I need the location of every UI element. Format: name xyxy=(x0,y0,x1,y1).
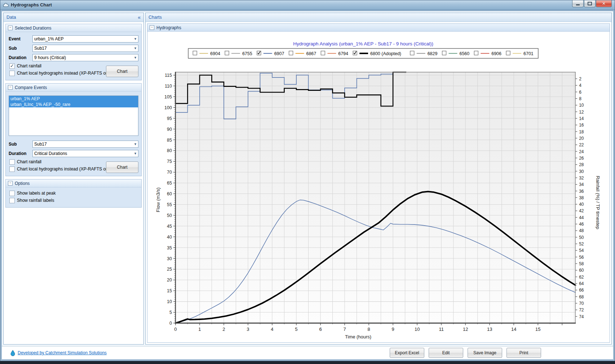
options-title: Options xyxy=(15,181,30,186)
svg-text:18: 18 xyxy=(579,129,584,134)
data-panel-header: Data « xyxy=(4,13,143,22)
selected-durations-title: Selected Durations xyxy=(15,26,51,31)
svg-text:12: 12 xyxy=(463,327,468,332)
svg-text:15: 15 xyxy=(167,288,172,293)
developer-link[interactable]: Developed by Catchment Simulation Soluti… xyxy=(18,350,107,355)
legend-label: 6755 xyxy=(242,51,252,56)
svg-text:60: 60 xyxy=(167,191,172,196)
edit-button[interactable]: Edit xyxy=(429,348,463,358)
compare-sub-dropdown[interactable]: Sub17 ▼ xyxy=(32,141,138,148)
close-icon: ✕ xyxy=(602,1,606,6)
window-titlebar[interactable]: Hydrographs Chart ✕ xyxy=(0,0,615,10)
restore-icon xyxy=(588,2,592,5)
collapse-panel-button[interactable]: « xyxy=(138,14,141,20)
close-button[interactable]: ✕ xyxy=(596,0,612,7)
svg-text:40: 40 xyxy=(579,202,584,207)
duration-dropdown[interactable]: 9 hours (Critical) ▼ xyxy=(32,54,138,61)
right-axis-title: Rainfall (%) / TP timestep xyxy=(595,176,601,229)
svg-text:10: 10 xyxy=(167,299,172,304)
chevron-down-icon: ▼ xyxy=(134,37,137,41)
data-panel-title: Data xyxy=(6,15,16,20)
legend-label: 6906 xyxy=(491,51,501,56)
svg-text:14: 14 xyxy=(579,116,584,121)
svg-text:64: 64 xyxy=(579,281,584,286)
svg-text:28: 28 xyxy=(579,162,584,167)
sub-label: Sub xyxy=(9,142,32,147)
window-content: Data « − Selected Durations Event xyxy=(1,11,614,360)
checkbox-icon xyxy=(9,167,15,172)
collapse-group-icon[interactable]: − xyxy=(8,85,13,90)
duration-label: Duration xyxy=(9,151,32,156)
print-button[interactable]: Print xyxy=(506,348,541,358)
export-excel-button[interactable]: Export Excel xyxy=(390,348,424,358)
svg-text:42: 42 xyxy=(579,208,584,213)
collapse-group-icon[interactable]: − xyxy=(8,181,13,186)
legend-checkbox-icon xyxy=(410,51,414,55)
svg-text:38: 38 xyxy=(579,195,584,200)
legend-label: 6701 xyxy=(523,51,534,56)
hydrograph-chart-svg: 0510152025303540455055606570758085909510… xyxy=(147,32,610,342)
minimize-button[interactable] xyxy=(572,0,584,7)
svg-text:8: 8 xyxy=(579,96,581,101)
collapse-group-icon[interactable]: − xyxy=(150,25,154,30)
svg-text:4: 4 xyxy=(271,327,273,332)
show-labels-at-peak-checkbox[interactable]: Show labels at peak xyxy=(9,190,138,196)
svg-text:11: 11 xyxy=(439,327,443,332)
collapse-group-icon[interactable]: − xyxy=(8,26,13,30)
svg-text:50: 50 xyxy=(167,213,172,218)
svg-text:12: 12 xyxy=(579,110,584,115)
svg-text:40: 40 xyxy=(167,235,172,240)
show-rainfall-labels-checkbox[interactable]: Show rainfall labels xyxy=(9,197,138,204)
compare-event-item[interactable]: urban_1% AEP xyxy=(9,96,138,102)
svg-text:16: 16 xyxy=(579,123,584,128)
svg-text:0: 0 xyxy=(174,327,177,332)
legend-label: 6907 xyxy=(274,51,284,56)
sub-label: Sub xyxy=(9,46,32,51)
svg-text:8: 8 xyxy=(367,327,370,332)
compare-event-item[interactable]: urban_ILInc_1% AEP_-50_rare xyxy=(9,102,138,107)
save-image-button[interactable]: Save Image xyxy=(468,348,502,358)
svg-text:30: 30 xyxy=(167,256,172,261)
svg-text:13: 13 xyxy=(487,327,492,332)
compare-chart-button[interactable]: Chart xyxy=(106,161,138,173)
event-label: Event xyxy=(9,36,32,41)
compare-events-group: − Compare Events urban_1% AEPurban_ILInc… xyxy=(5,83,142,176)
svg-text:26: 26 xyxy=(579,156,584,161)
compare-events-list[interactable]: urban_1% AEPurban_ILInc_1% AEP_-50_rare xyxy=(9,96,138,136)
chevron-down-icon: ▼ xyxy=(134,46,137,50)
svg-text:70: 70 xyxy=(167,170,172,175)
restore-button[interactable] xyxy=(584,0,596,7)
svg-text:2: 2 xyxy=(222,327,225,332)
checkbox-icon xyxy=(9,71,15,76)
svg-text:15: 15 xyxy=(535,327,540,332)
svg-text:105: 105 xyxy=(164,94,172,99)
svg-text:54: 54 xyxy=(579,248,584,253)
hydrograph-chart[interactable]: 0510152025303540455055606570758085909510… xyxy=(147,32,610,342)
svg-text:35: 35 xyxy=(167,245,172,250)
charts-panel-title: Charts xyxy=(149,15,162,20)
svg-text:72: 72 xyxy=(579,307,584,312)
checkbox-icon xyxy=(9,63,15,69)
svg-text:44: 44 xyxy=(579,215,584,220)
compare-duration-dropdown[interactable]: Critical Durations ▼ xyxy=(32,150,138,157)
chart-button[interactable]: Chart xyxy=(106,66,138,77)
legend-checkbox-icon xyxy=(225,51,229,55)
legend-checkbox-icon xyxy=(321,51,325,55)
svg-text:36: 36 xyxy=(579,188,584,194)
duration-label: Duration xyxy=(9,55,32,60)
legend-checkbox-icon xyxy=(474,51,478,55)
svg-text:3: 3 xyxy=(247,327,249,332)
left-axis-title: Flow (m3/s) xyxy=(155,187,161,212)
svg-text:10: 10 xyxy=(415,327,420,332)
svg-text:52: 52 xyxy=(579,241,584,247)
svg-text:62: 62 xyxy=(579,275,584,280)
footer-bar: Developed by Catchment Simulation Soluti… xyxy=(2,346,613,359)
svg-text:95: 95 xyxy=(167,116,172,121)
sub-dropdown[interactable]: Sub17 ▼ xyxy=(32,45,138,52)
event-dropdown[interactable]: urban_1% AEP ▼ xyxy=(32,35,138,43)
svg-text:60: 60 xyxy=(579,268,584,273)
svg-text:80: 80 xyxy=(167,148,172,153)
svg-text:45: 45 xyxy=(167,224,172,229)
svg-text:56: 56 xyxy=(579,255,584,260)
app-window: Hydrographs Chart ✕ Data « − Selected Du… xyxy=(0,0,615,361)
